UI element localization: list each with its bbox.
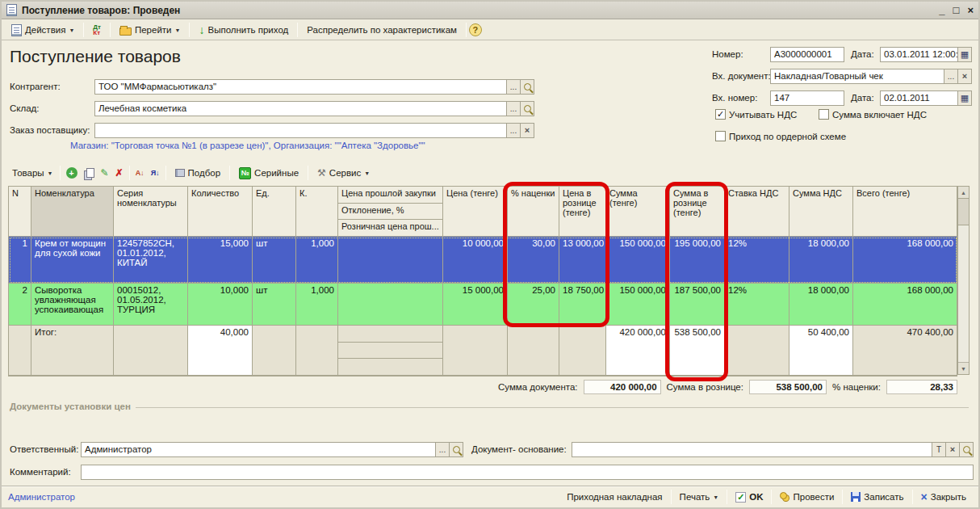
scroll-up-button[interactable]: ▲ xyxy=(958,187,969,199)
vhnomer-input[interactable]: 147 xyxy=(770,90,844,106)
cell-seriya[interactable]: 12457852СН, 01.01.2012, КИТАЙ xyxy=(114,237,188,284)
close-button[interactable]: × xyxy=(967,3,974,18)
dtkt-button[interactable]: Дт Кт xyxy=(86,22,107,38)
cell-ed[interactable]: шт xyxy=(253,284,296,326)
sklad-select-button[interactable]: ... xyxy=(507,101,521,116)
cell-k[interactable]: 1,000 xyxy=(296,284,338,326)
goto-button[interactable]: Перейти ▼ xyxy=(113,23,187,38)
data-calendar-button[interactable]: ▦ xyxy=(958,47,972,62)
data2-calendar-button[interactable]: ▦ xyxy=(958,90,972,106)
do-receipt-button[interactable]: ↓ Выполнить приход xyxy=(192,23,295,37)
cell-cena-proshloy[interactable] xyxy=(338,284,443,326)
edit-row-button[interactable]: ✎ xyxy=(98,165,112,181)
minimize-button[interactable]: _ xyxy=(939,3,944,18)
cell-vsego[interactable]: 168 000,00 xyxy=(853,237,957,284)
cell-kolichestvo[interactable]: 15,000 xyxy=(188,237,253,284)
podbor-button[interactable]: Подбор xyxy=(169,166,228,180)
cell-cena[interactable]: 15 000,00 xyxy=(443,284,508,326)
sklad-input[interactable]: Лечебная косметика xyxy=(94,101,507,116)
copy-row-button[interactable] xyxy=(81,166,98,180)
help-button[interactable]: ? xyxy=(469,23,482,36)
cell-n[interactable]: 1 xyxy=(9,237,31,284)
cell-cena[interactable]: 10 000,00 xyxy=(443,237,508,284)
osnovanie-clear-button[interactable]: × xyxy=(946,442,960,457)
sort-asc-button[interactable]: А↓ xyxy=(132,166,148,179)
cell-cena-roznica[interactable]: 18 750,00 xyxy=(559,284,606,326)
cell-nacenka[interactable]: 30,00 xyxy=(508,237,559,284)
chevron-down-icon: ▼ xyxy=(713,494,718,500)
vhdoc-select-button[interactable]: ... xyxy=(944,69,958,84)
osnovanie-search-button[interactable] xyxy=(960,442,974,457)
prihodnaya-nakladnaya-button[interactable]: Приходная накладная xyxy=(561,490,668,503)
otvetstvennyy-search-button[interactable] xyxy=(450,442,463,457)
kommentariy-label: Комментарий: xyxy=(10,467,81,477)
sklad-search-button[interactable] xyxy=(521,101,534,116)
col-header-roznichnaya-cena: Розничная цена прош... xyxy=(338,220,442,236)
chevron-down-icon: ▼ xyxy=(69,27,74,33)
price-docs-section[interactable]: Документы установки цен xyxy=(10,402,969,411)
add-row-button[interactable]: + xyxy=(63,165,81,181)
distribute-button[interactable]: Распределить по характеристикам xyxy=(300,23,463,37)
cell-stavka-nds[interactable]: 12% xyxy=(725,284,789,326)
total-seriya-cell xyxy=(114,326,188,376)
nomer-input[interactable]: А3000000001 xyxy=(770,47,844,62)
scrollbar-thumb[interactable] xyxy=(957,198,970,225)
cell-vsego[interactable]: 168 000,00 xyxy=(853,284,957,326)
kontragent-select-button[interactable]: ... xyxy=(507,79,521,95)
delete-row-button[interactable]: ✗ xyxy=(112,165,127,181)
cell-summa[interactable]: 150 000,00 xyxy=(606,284,670,326)
cell-n[interactable]: 2 xyxy=(9,284,31,326)
add-icon: + xyxy=(66,167,77,179)
ordernaya-shema-checkbox[interactable] xyxy=(715,131,726,141)
cell-seriya[interactable]: 00015012, 01.05.2012, ТУРЦИЯ xyxy=(114,284,188,326)
kontragent-input[interactable]: ТОО "ММФармасьютикалз" xyxy=(94,79,507,95)
ok-button[interactable]: ✓ OK xyxy=(730,490,769,504)
cell-nomenclatura[interactable]: Крем от морщин для сухой кожи xyxy=(31,237,114,284)
scroll-down-button[interactable]: ▼ xyxy=(958,362,969,374)
zakaz-input[interactable] xyxy=(94,123,507,138)
cell-stavka-nds[interactable]: 12% xyxy=(725,237,789,284)
cell-summa-nds[interactable]: 18 000,00 xyxy=(789,237,853,284)
cell-cena-roznica[interactable]: 13 000,00 xyxy=(559,237,606,284)
otvetstvennyy-input[interactable]: Администратор xyxy=(81,442,436,457)
col-header-summa: Сумма (тенге) xyxy=(606,187,670,237)
osnovanie-input[interactable] xyxy=(572,442,932,457)
cell-kolichestvo[interactable]: 10,000 xyxy=(188,284,253,326)
cell-k[interactable]: 1,000 xyxy=(296,237,338,284)
cell-summa-roznica[interactable]: 187 500,00 xyxy=(670,284,725,326)
zakaz-clear-button[interactable]: × xyxy=(521,123,534,138)
zakryt-button[interactable]: × Закрыть xyxy=(915,490,972,503)
table-row[interactable]: 1 Крем от морщин для сухой кожи 12457852… xyxy=(9,237,957,284)
data2-input[interactable]: 02.01.2011 xyxy=(880,90,958,106)
cell-summa-roznica[interactable]: 195 000,00 xyxy=(670,237,725,284)
servis-button[interactable]: ⚒ Сервис ▼ xyxy=(311,165,376,181)
vhdoc-input[interactable]: Накладная/Товарный чек xyxy=(770,69,944,84)
table-row[interactable]: 2 Сыворотка увлажняющая успокаивающая 00… xyxy=(9,284,957,326)
table-scrollbar[interactable]: ▲ ▼ xyxy=(957,186,970,375)
pechat-button[interactable]: Печать ▼ xyxy=(674,490,725,503)
cell-nomenclatura[interactable]: Сыворотка увлажняющая успокаивающая xyxy=(31,284,114,326)
kommentariy-input[interactable] xyxy=(81,465,974,480)
kontragent-search-button[interactable] xyxy=(521,79,534,95)
vkluchaet-nds-checkbox[interactable] xyxy=(819,109,829,120)
otvetstvennyy-select-button[interactable]: ... xyxy=(436,442,450,457)
data-input[interactable]: 03.01.2011 12:00:01 xyxy=(880,47,958,62)
cell-summa-nds[interactable]: 18 000,00 xyxy=(789,284,853,326)
nomer-label: Номер: xyxy=(712,49,770,59)
cell-ed[interactable]: шт xyxy=(253,237,296,284)
uchityvat-nds-checkbox[interactable]: ✓ xyxy=(715,109,726,120)
maximize-button[interactable]: □ xyxy=(953,3,960,18)
cell-nacenka[interactable]: 25,00 xyxy=(508,284,559,326)
sort-desc-button[interactable]: Я↓ xyxy=(148,166,163,179)
actions-button[interactable]: Действия ▼ xyxy=(5,22,81,39)
provesti-button[interactable]: Провести xyxy=(774,490,840,503)
osnovanie-type-button[interactable]: T xyxy=(932,442,946,457)
tovary-menu-button[interactable]: Товары ▼ xyxy=(8,166,57,180)
total-summa-roznica-cell: 538 500,00 xyxy=(670,326,725,376)
zapisat-button[interactable]: Записать xyxy=(845,490,909,503)
cell-cena-proshloy[interactable] xyxy=(338,237,443,284)
zakaz-select-button[interactable]: ... xyxy=(507,123,521,138)
seriynye-button[interactable]: № Серийные xyxy=(232,165,305,182)
cell-summa[interactable]: 150 000,00 xyxy=(606,237,670,284)
vhdoc-clear-button[interactable]: × xyxy=(958,69,972,84)
